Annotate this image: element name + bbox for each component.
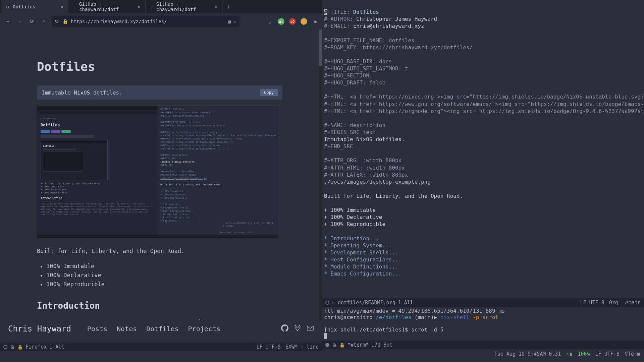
mini-intro-h: Introduction (41, 196, 154, 200)
modeline-buffer: *vterm* (347, 342, 369, 348)
emacs-modeline-firefox: Firefox 1 All LF UTF-8 EXWM : line (0, 343, 322, 351)
git-branch-icon: ⎇main (623, 300, 641, 306)
reload-button[interactable]: ⟳ (28, 17, 36, 26)
favicon-icon: ▢ (5, 4, 10, 9)
description-text: Immutable NixOS dotfiles. (42, 89, 122, 96)
lock-icon (339, 342, 345, 348)
site-nav: Chris Hayward Posts Notes Dotfiles Proje… (0, 320, 322, 338)
forward-button[interactable]: → (15, 17, 24, 26)
page-scrollbar[interactable] (319, 29, 322, 327)
ext-orange-icon[interactable] (301, 18, 307, 25)
emacs-modeline-vterm: *vterm* 170 Bot (322, 341, 644, 349)
status-circle-icon (3, 345, 7, 349)
intro-heading: Introduction (37, 301, 282, 311)
right-pane-emacs: #+TITLE: Dotfiles #+AUTHOR: Christopher … (322, 0, 644, 362)
close-icon[interactable]: ✕ (137, 3, 142, 10)
tab-github-2[interactable]: ◌ GitHub - chayward1/dotf ✕ (146, 0, 223, 13)
github-icon: ◌ (72, 4, 76, 9)
modeline-mode: Org (609, 300, 618, 306)
global-statusbar: Tue Aug 10 9:45AM 0.31 ⚡▮ 100% LF UTF-8 … (322, 350, 644, 358)
github-icon[interactable] (281, 324, 288, 334)
pocket-icon[interactable]: ⌄ (266, 18, 273, 25)
new-tab-button[interactable]: ＋ (223, 0, 235, 13)
list-item: 100% Reproducible (46, 280, 282, 289)
org-buffer[interactable]: #+TITLE: Dotfiles #+AUTHOR: Christopher … (322, 0, 644, 301)
copy-button[interactable]: Copy (260, 89, 278, 96)
status-circle-filled-icon (325, 343, 329, 347)
mini-org-code: #+TITLE: Dotfiles #+AUTHOR: Christopher … (158, 106, 278, 225)
status-circle-icon (325, 301, 329, 305)
tab-label: GitHub - chayward1/dotf (156, 1, 214, 12)
close-icon[interactable]: ✕ (214, 3, 219, 10)
browser-navbar: ← → ⟳ ⌂ 🛡 🔒 https://chrishayward.xyz/dot… (0, 13, 322, 29)
nav-notes[interactable]: Notes (117, 325, 137, 333)
close-icon[interactable]: ✕ (59, 3, 65, 10)
ext-ublock-icon[interactable]: uO (289, 18, 296, 25)
modeline-encoding: LF UTF-8 (580, 300, 604, 306)
nav-projects[interactable]: Projects (188, 325, 220, 333)
toolbar-icons: ⌄ a+ uO ≡ (266, 18, 319, 25)
tab-label: Dotfiles (13, 4, 35, 9)
modeline-path: dotfiles/README.org (338, 300, 395, 306)
vterm-prompt-2: [nix-shell:/etc/dotfiles]$ scrot -d 5 (324, 326, 642, 333)
emacs-modeline-org: ← dotfiles/README.org 1 All LF UTF-8 Org… (322, 298, 644, 307)
hamburger-menu-icon[interactable]: ≡ (312, 18, 319, 25)
back-button[interactable]: ← (3, 17, 12, 26)
home-button[interactable]: ⌂ (40, 17, 48, 26)
list-item: 100% Immutable (46, 262, 282, 271)
browser-tabbar: ▢ Dotfiles ✕ ◌ GitHub - chayward1/dotf ✕… (0, 0, 322, 13)
screenshot-image: ◧ README.org Dotfiles Dotfiles (37, 106, 278, 238)
status-datetime: Tue Aug 10 9:45AM 0.31 (494, 351, 561, 357)
list-item: 100% Declarative (46, 271, 282, 280)
site-brand[interactable]: Chris Hayward (8, 324, 71, 334)
file-icon (10, 344, 15, 350)
built-text: Built for Life, Liberty, and the Open Ro… (37, 248, 282, 254)
modeline-buffer: Firefox (25, 344, 47, 350)
lock-icon: 🔒 (62, 19, 68, 24)
tab-label: GitHub - chayward1/dotf (79, 1, 137, 12)
mail-icon[interactable] (307, 324, 314, 334)
mini-built: Built for Life, Liberty, and the Open Ro… (41, 182, 154, 185)
back-arrow-icon: ← (332, 300, 335, 306)
social-icons (281, 324, 314, 334)
ext-green-icon[interactable]: a+ (278, 18, 284, 25)
tab-github-1[interactable]: ◌ GitHub - chayward1/dotf ✕ (68, 0, 146, 13)
github-icon: ◌ (149, 4, 154, 9)
svg-rect-0 (307, 326, 313, 330)
status-encoding: LF UTF-8 (595, 351, 620, 357)
file-icon (332, 342, 337, 348)
modeline-position: 1 All (49, 344, 64, 350)
modeline-encoding: LF UTF-8 (256, 344, 280, 350)
battery-icon: ⚡▮ (566, 351, 572, 357)
feature-list: 100% Immutable 100% Declarative 100% Rep… (46, 262, 282, 289)
shield-icon: 🛡 (55, 19, 60, 24)
nav-dotfiles[interactable]: Dotfiles (146, 325, 178, 333)
left-pane-firefox: ▢ Dotfiles ✕ ◌ GitHub - chayward1/dotf ✕… (0, 0, 322, 351)
vterm-output: rtt min/avg/max/mdev = 49.294/186.651/36… (324, 308, 642, 314)
nav-posts[interactable]: Posts (87, 325, 107, 333)
modeline-position: 1 All (398, 300, 413, 306)
lock-icon (17, 344, 23, 350)
modeline-position: 170 Bot (371, 342, 392, 348)
description-box: Immutable NixOS dotfiles. Copy (37, 85, 282, 100)
gitlab-icon[interactable] (294, 324, 301, 334)
tab-dotfiles[interactable]: ▢ Dotfiles ✕ (1, 0, 68, 13)
url-bar[interactable]: 🛡 🔒 https://chrishayward.xyz/dotfiles/ ▤… (52, 16, 239, 27)
bookmark-star-icon[interactable]: ☆ (233, 19, 236, 24)
mini-heading: Dotfiles (41, 123, 154, 127)
page-content: Dotfiles Immutable NixOS dotfiles. Copy … (0, 29, 319, 327)
vterm-prompt-1: chris@acernitro /e/dotfiles (main)▶ nix-… (324, 314, 642, 320)
scrollbar-thumb[interactable] (319, 29, 322, 66)
terminal-cursor (324, 333, 327, 339)
reader-icon[interactable]: ▤ (228, 19, 230, 24)
status-battery: 100% (578, 351, 590, 357)
modeline-mode: EXWM : line (285, 344, 319, 350)
page-title: Dotfiles (37, 60, 282, 73)
url-text: https://chrishayward.xyz/dotfiles/ (71, 19, 225, 24)
status-mode: VTerm (625, 351, 640, 357)
